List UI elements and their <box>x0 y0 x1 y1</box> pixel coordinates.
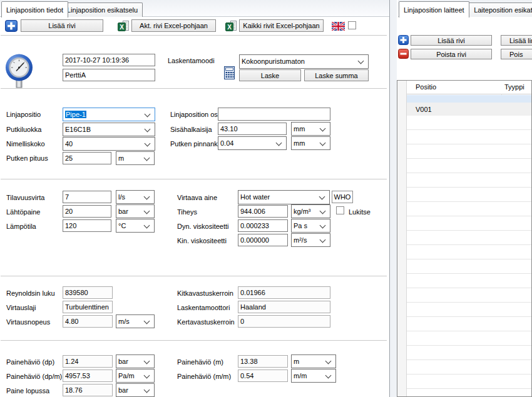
nimelliskoko-select[interactable]: 40 <box>63 137 155 151</box>
active-row-to-excel-button[interactable]: Akt. rivi Excel-pohjaan <box>131 19 216 32</box>
remove-device-row-button[interactable]: Poista rivi <box>411 49 492 59</box>
painehavio-mm-unit-select[interactable]: m/m <box>291 369 336 383</box>
excel-icon[interactable]: X <box>118 21 129 32</box>
chevron-down-icon <box>145 111 151 118</box>
painehavio-m-unit-select[interactable]: m <box>291 354 336 368</box>
sisahalkaisija-unit-select[interactable]: mm <box>291 122 330 136</box>
column-header-positio[interactable]: Positio <box>416 83 436 91</box>
chevron-down-icon <box>325 373 332 379</box>
add-row-plus-icon[interactable] <box>5 20 18 32</box>
panel-splitter[interactable] <box>389 0 397 397</box>
chevron-down-icon <box>144 194 150 200</box>
excel-icon[interactable]: X <box>225 21 237 32</box>
kertavastuskerroin-output[interactable]: 0 <box>238 315 330 328</box>
paine-lopussa-unit-select[interactable]: bar <box>116 383 155 397</box>
language-checkbox[interactable] <box>348 21 356 29</box>
putken-pituus-unit-select[interactable]: m <box>116 151 155 165</box>
nimelliskoko-label: Nimelliskoko <box>6 139 45 148</box>
lampotila-unit-select[interactable]: °C <box>116 219 155 233</box>
virtausnopeus-output[interactable]: 4.80 <box>63 315 113 328</box>
right-tabstrip: Linjaposition laitteet Laiteposition esi… <box>398 0 532 17</box>
tilavuusvirta-input[interactable]: 7 <box>63 191 111 203</box>
dyn-viskositeetti-unit-select[interactable]: Pa s <box>291 219 330 233</box>
virtausnopeus-unit-select[interactable]: m/s <box>116 314 155 328</box>
select-value: 40 <box>65 140 73 148</box>
paine-lopussa-output[interactable]: 18.76 <box>63 384 113 396</box>
remove-from-line-button[interactable]: Pois <box>501 49 532 59</box>
reynoldsin-luku-label: Reynoldsin luku <box>6 289 55 298</box>
tab-linjaposition-esikatselu[interactable]: Linjaposition esikatselu <box>62 3 143 17</box>
chevron-down-icon <box>144 387 150 393</box>
lukitse-label: Lukitse <box>349 208 371 216</box>
chevron-down-icon <box>276 140 282 146</box>
reynoldsin-luku-output[interactable]: 839580 <box>63 286 113 299</box>
user-field[interactable]: PerttiA <box>63 69 155 81</box>
laske-summa-button[interactable]: Laske summa <box>304 69 369 81</box>
painehavio-dp-output[interactable]: 1.24 <box>63 355 113 368</box>
putken-pituus-input[interactable]: 25 <box>63 152 111 164</box>
lahtopaine-unit-select[interactable]: bar <box>116 204 155 218</box>
kertavastuskerroin-label: Kertavastuskerroin <box>177 318 235 326</box>
painehavio-m-output[interactable]: 13.38 <box>238 355 288 368</box>
kitkavastuskerroin-output[interactable]: 0.01966 <box>238 286 330 299</box>
tilavuusvirta-unit-select[interactable]: l/s <box>116 190 155 204</box>
select-value: m <box>294 358 299 365</box>
virtaava-aine-select[interactable]: Hot water <box>238 190 330 204</box>
linjapositio-select[interactable]: Pipe-1 <box>63 108 155 121</box>
add-device-plus-icon[interactable] <box>398 35 409 45</box>
paine-lopussa-label: Paine lopussa <box>6 386 49 395</box>
table-row[interactable]: V001 <box>407 103 531 116</box>
who-button[interactable]: WHO <box>332 191 353 203</box>
laske-button[interactable]: Laske <box>239 69 301 81</box>
painehavio-dpm-label: Painehäviö (dp/m) <box>6 372 62 381</box>
tab-label: Laiteposition esikatselu <box>474 6 532 14</box>
laskentamoottori-output[interactable]: Haaland <box>238 301 330 313</box>
kin-viskositeetti-unit-select[interactable]: m²/s <box>291 233 330 247</box>
lahtopaine-input[interactable]: 20 <box>63 205 111 218</box>
painehavio-dp-unit-select[interactable]: bar <box>116 354 155 368</box>
separator <box>1 88 387 89</box>
uk-flag-icon[interactable] <box>332 22 345 31</box>
column-header-tyyppi[interactable]: Tyyppi <box>504 83 524 91</box>
add-to-line-button[interactable]: Lisää lin <box>501 35 532 46</box>
tab-linjaposition-laitteet[interactable]: Linjaposition laitteet <box>399 1 469 18</box>
separator <box>1 35 387 36</box>
virtauslaji-label: Virtauslaji <box>6 303 36 312</box>
select-value: °C <box>118 222 126 229</box>
calculator-icon[interactable] <box>224 66 235 79</box>
select-value: 0.04 <box>220 139 233 147</box>
lampotila-input[interactable]: 120 <box>63 219 111 232</box>
select-value: bar <box>118 386 128 394</box>
lukitse-checkbox[interactable] <box>336 206 344 214</box>
painehavio-dpm-output[interactable]: 4957.53 <box>63 369 113 382</box>
timestamp-field[interactable]: 2017-10-27 10:19:36 <box>63 54 155 66</box>
dyn-viskositeetti-input[interactable]: 0.000233 <box>238 219 288 232</box>
remove-device-minus-icon[interactable] <box>398 49 409 59</box>
pipe-calculation-window: Linjaposition tiedot Linjaposition esika… <box>0 0 532 397</box>
select-value: m <box>118 154 124 162</box>
tiheys-input[interactable]: 944.006 <box>238 205 288 218</box>
pinnankarheus-select[interactable]: 0.04 <box>218 136 287 150</box>
sisahalkaisija-input[interactable]: 43.10 <box>218 123 287 135</box>
add-row-button[interactable]: Lisää rivi <box>21 19 103 32</box>
tab-linjaposition-tiedot[interactable]: Linjaposition tiedot <box>1 1 68 18</box>
laskentamoodi-select[interactable]: Kokoonpuristumaton <box>239 54 369 69</box>
kin-viskositeetti-input[interactable]: 0.000000 <box>238 234 288 246</box>
pinnankarheus-unit-select[interactable]: mm <box>291 136 330 150</box>
painehavio-dpm-unit-select[interactable]: Pa/m <box>116 369 155 383</box>
select-value: l/s <box>118 193 125 201</box>
linjaposition-osa-input[interactable] <box>218 108 330 121</box>
chevron-down-icon <box>325 358 332 364</box>
tilavuusvirta-label: Tilavuusvirta <box>6 193 44 202</box>
painehavio-mm-output[interactable]: 0.54 <box>238 369 288 382</box>
new-row-indicator[interactable] <box>407 95 531 103</box>
tiheys-unit-select[interactable]: kg/m³ <box>291 204 330 218</box>
tab-laiteposition-esikatselu[interactable]: Laiteposition esikatselu <box>466 3 532 17</box>
add-device-row-button[interactable]: Lisää rivi <box>411 35 492 46</box>
kitkavastuskerroin-label: Kitkavastuskerroin <box>177 289 233 298</box>
row-header-column <box>397 81 407 396</box>
putkiluokka-select[interactable]: E16C1B <box>63 123 155 136</box>
chevron-down-icon <box>144 373 150 379</box>
all-rows-to-excel-button[interactable]: Kaikki rivit Excel-pohjaan <box>239 19 324 32</box>
virtauslaji-output[interactable]: Turbulenttinen <box>63 301 113 313</box>
